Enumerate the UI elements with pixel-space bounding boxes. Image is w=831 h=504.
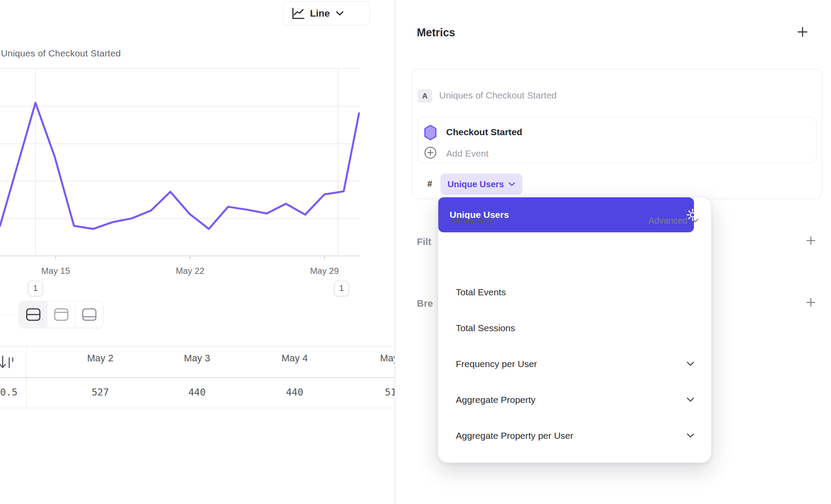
table-header-border xyxy=(0,377,394,378)
measurement-chip[interactable]: Unique Users xyxy=(440,174,522,195)
split-rows-icon xyxy=(25,308,41,322)
table-value-cell: 440 xyxy=(286,387,303,398)
dropdown-item-label: Aggregate Property per User xyxy=(456,430,573,441)
add-metric-plus-icon[interactable] xyxy=(797,26,808,38)
table-top-border xyxy=(0,346,394,346)
event-card[interactable]: Checkout Started Add Event xyxy=(418,117,817,163)
add-breakdown-plus-icon[interactable] xyxy=(806,297,816,308)
add-filter-plus-icon[interactable] xyxy=(806,235,816,246)
annotation-marker-left[interactable]: 1 xyxy=(28,281,43,296)
bottom-bar-layout-icon xyxy=(81,308,97,322)
breakdowns-section-title: Bre xyxy=(417,298,438,309)
measuring-label: Measuring xyxy=(451,216,491,226)
chevron-down-icon xyxy=(687,397,694,402)
series-letter-badge: A xyxy=(418,89,432,103)
table-header-cell[interactable]: May xyxy=(380,353,394,364)
dropdown-item-aggregate-property[interactable]: Aggregate Property xyxy=(438,382,712,418)
table-cell-average: 0.5 xyxy=(0,387,18,398)
series-line xyxy=(0,103,359,229)
chevron-down-icon xyxy=(687,361,694,367)
dropdown-item-label: Total Sessions xyxy=(456,323,515,333)
chart-title: Uniques of Checkout Started xyxy=(1,48,121,59)
dropdown-item-total-sessions[interactable]: Total Sessions xyxy=(438,310,712,346)
layout-toggle-bottom-bar[interactable] xyxy=(75,301,103,328)
chevron-down-icon xyxy=(508,182,515,187)
event-name[interactable]: Checkout Started xyxy=(446,127,522,137)
dropdown-item-label: Total Events xyxy=(456,287,506,298)
add-event-label[interactable]: Add Event xyxy=(446,148,489,159)
top-bar-layout-icon xyxy=(53,308,69,322)
series-title: Uniques of Checkout Started xyxy=(439,90,557,101)
dropdown-item-frequency-per-user[interactable]: Frequency per User xyxy=(438,346,712,382)
dropdown-item-label: Aggregate Property xyxy=(456,395,535,405)
table-header-cell[interactable]: May 3 xyxy=(184,353,210,364)
add-event-icon[interactable] xyxy=(424,146,437,159)
dropdown-item-label: Frequency per User xyxy=(456,359,537,369)
dropdown-item-list: Total EventsTotal SessionsFrequency per … xyxy=(438,274,712,454)
metric-card: A Uniques of Checkout Started Checkout S… xyxy=(412,69,822,199)
dropdown-item-aggregate-property-per-user[interactable]: Aggregate Property per User xyxy=(438,418,712,454)
chart-type-label: Line xyxy=(310,8,330,19)
table-value-cell: 527 xyxy=(92,387,109,398)
dropdown-item-unique-users-selected[interactable]: Unique Users xyxy=(438,197,694,232)
measurement-hash-prefix: # xyxy=(427,179,432,189)
x-tick-label: May 29 xyxy=(310,266,339,276)
layout-toggle-split-rows[interactable] xyxy=(19,301,47,328)
measurement-chip-label: Unique Users xyxy=(447,179,504,189)
x-tick-label: May 22 xyxy=(176,266,204,276)
series-letter: A xyxy=(422,92,427,101)
measuring-dropdown: Measuring Advanced Unique Users Total Ev… xyxy=(438,197,711,463)
section-divider xyxy=(0,315,19,315)
line-chart-icon xyxy=(292,7,305,20)
table-row-border xyxy=(0,408,394,408)
chevron-down-icon xyxy=(687,433,694,438)
gear-icon[interactable] xyxy=(686,208,700,222)
report-left-panel: Line Uniques of Checkout Started May 15M… xyxy=(0,0,394,504)
metrics-section-title: Metrics xyxy=(417,26,455,39)
chevron-down-icon xyxy=(336,11,344,16)
annotation-count: 1 xyxy=(339,284,344,293)
event-hexagon-icon xyxy=(424,124,437,141)
advanced-mode-label: Advanced xyxy=(648,216,687,226)
x-tick-label: May 15 xyxy=(41,266,70,276)
layout-toggle-group xyxy=(19,301,103,328)
chart-type-button[interactable]: Line xyxy=(282,1,370,25)
table-header-cell[interactable]: May 2 xyxy=(87,353,113,364)
table-value-cell: 51 xyxy=(385,387,394,398)
panel-divider xyxy=(394,0,395,504)
line-chart[interactable] xyxy=(0,68,360,260)
annotation-marker-right[interactable]: 1 xyxy=(334,281,349,296)
table-header-cell[interactable]: May 4 xyxy=(282,353,308,364)
filters-section-title: Filt xyxy=(417,236,438,248)
layout-toggle-top-bar[interactable] xyxy=(47,301,75,328)
dropdown-item-total-events[interactable]: Total Events xyxy=(438,274,712,310)
annotation-count: 1 xyxy=(33,284,38,293)
sort-descending-icon[interactable] xyxy=(0,354,18,372)
table-value-cell: 440 xyxy=(188,387,206,398)
